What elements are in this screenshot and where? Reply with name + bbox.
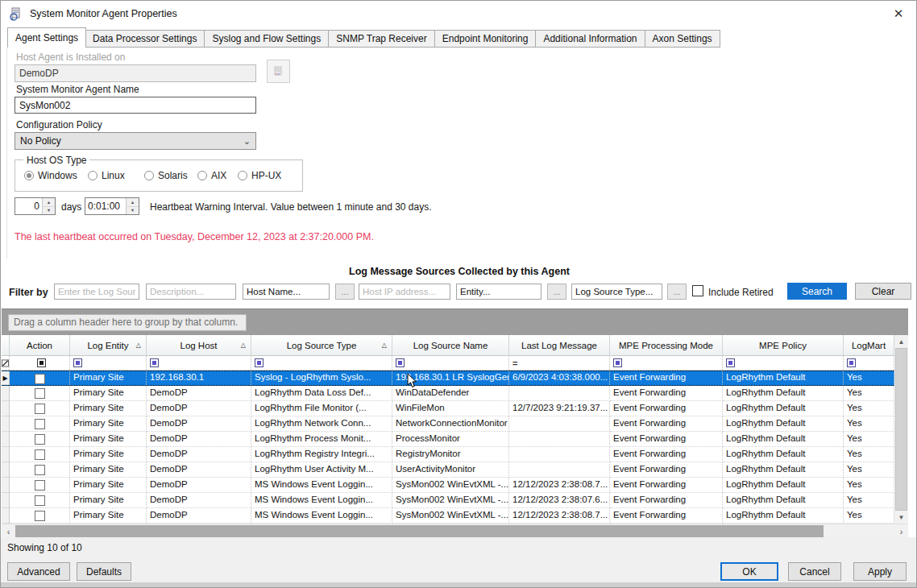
cell-action[interactable] bbox=[10, 386, 70, 401]
defaults-button[interactable]: Defaults bbox=[77, 562, 131, 581]
host-ip-filter-input[interactable] bbox=[359, 284, 450, 300]
cell-action[interactable] bbox=[10, 432, 70, 447]
cell-action[interactable] bbox=[10, 371, 70, 385]
heartbeat-interval-stepper[interactable]: 0:01:00 ▲▼ bbox=[85, 197, 139, 215]
tab-snmp-trap-receiver[interactable]: SNMP Trap Receiver bbox=[329, 30, 434, 48]
include-retired-checkbox[interactable] bbox=[692, 285, 703, 296]
column-header-action[interactable]: Action bbox=[10, 335, 70, 356]
row-checkbox[interactable] bbox=[35, 495, 45, 506]
filter-cell-log-source-type[interactable] bbox=[251, 356, 392, 370]
cell-action[interactable] bbox=[10, 508, 70, 524]
row-checkbox[interactable] bbox=[35, 434, 45, 445]
log-source-filter-input[interactable] bbox=[54, 284, 139, 300]
filter-cell-action[interactable] bbox=[10, 356, 70, 370]
agent-name-input[interactable] bbox=[15, 97, 256, 114]
row-selector-cell[interactable] bbox=[2, 386, 10, 401]
column-header-log-source-name[interactable]: Log Source Name bbox=[392, 335, 509, 356]
cell-action[interactable] bbox=[10, 447, 70, 462]
row-checkbox[interactable] bbox=[35, 449, 45, 460]
cell-action[interactable] bbox=[10, 401, 70, 416]
row-checkbox[interactable] bbox=[35, 511, 45, 521]
row-selector-cell[interactable]: ▶ bbox=[2, 371, 10, 385]
cell-action[interactable] bbox=[10, 462, 70, 478]
host-name-picker-button[interactable]: ... bbox=[335, 284, 355, 300]
tab-syslog-and-flow-settings[interactable]: Syslog and Flow Settings bbox=[205, 30, 329, 48]
column-header-mpe-policy[interactable]: MPE Policy bbox=[723, 335, 844, 356]
description-filter-input[interactable] bbox=[146, 284, 236, 300]
filter-cell-log-source-name[interactable] bbox=[392, 356, 509, 370]
row-selector-cell[interactable] bbox=[2, 478, 10, 493]
cell-action[interactable] bbox=[10, 416, 70, 432]
vertical-scrollbar[interactable]: ▲ ▼ bbox=[894, 335, 908, 524]
entity-picker-button[interactable]: ... bbox=[547, 284, 566, 300]
log-source-type-filter-input[interactable] bbox=[571, 284, 662, 300]
horizontal-scroll-thumb[interactable] bbox=[15, 525, 824, 537]
spinner-down-icon[interactable]: ▼ bbox=[127, 207, 139, 215]
column-header-log-host[interactable]: Log Host△ bbox=[147, 335, 251, 356]
apply-button[interactable]: Apply bbox=[853, 562, 907, 581]
cell-action[interactable] bbox=[10, 478, 70, 493]
scroll-up-icon[interactable]: ▲ bbox=[894, 335, 908, 348]
scroll-down-icon[interactable]: ▼ bbox=[894, 511, 908, 524]
filter-cell-row-selector[interactable] bbox=[2, 356, 10, 370]
search-button[interactable]: Search bbox=[787, 283, 847, 300]
table-row[interactable]: Primary SiteDemoDPLogRhythm Network Conn… bbox=[2, 416, 908, 432]
cancel-button[interactable]: Cancel bbox=[788, 562, 841, 581]
cell-action[interactable] bbox=[10, 493, 70, 508]
column-header-row-selector[interactable] bbox=[2, 335, 10, 356]
tab-endpoint-monitoring[interactable]: Endpoint Monitoring bbox=[435, 30, 537, 48]
os-radio-aix[interactable]: AIX bbox=[197, 170, 226, 181]
config-policy-select[interactable]: No Policy ⌄ bbox=[15, 132, 256, 150]
table-row[interactable]: Primary SiteDemoDPLogRhythm User Activit… bbox=[2, 462, 908, 478]
entity-filter-input[interactable] bbox=[456, 284, 541, 300]
row-checkbox[interactable] bbox=[35, 465, 45, 475]
row-checkbox[interactable] bbox=[35, 480, 45, 491]
tab-agent-settings[interactable]: Agent Settings bbox=[7, 27, 86, 48]
table-row[interactable]: ▶Primary Site192.168.30.1Syslog - LogRhy… bbox=[2, 371, 908, 386]
os-radio-solaris[interactable]: Solaris bbox=[144, 170, 188, 181]
filter-cell-log-entity[interactable] bbox=[70, 356, 147, 370]
advanced-button[interactable]: Advanced bbox=[7, 562, 70, 581]
table-row[interactable]: Primary SiteDemoDPMS Windows Event Loggi… bbox=[2, 508, 908, 524]
row-checkbox[interactable] bbox=[35, 404, 45, 414]
column-header-logmart[interactable]: LogMart bbox=[844, 335, 894, 356]
os-radio-hp-ux[interactable]: HP-UX bbox=[238, 170, 281, 181]
filter-cell-logmart[interactable] bbox=[844, 356, 894, 370]
row-checkbox[interactable] bbox=[35, 388, 45, 399]
table-row[interactable]: Primary SiteDemoDPLogRhythm Data Loss De… bbox=[2, 386, 908, 401]
row-selector-cell[interactable] bbox=[2, 447, 10, 462]
ok-button[interactable]: OK bbox=[720, 562, 778, 581]
row-selector-cell[interactable] bbox=[2, 508, 10, 524]
table-row[interactable]: Primary SiteDemoDPLogRhythm Process Moni… bbox=[2, 432, 908, 447]
row-selector-cell[interactable] bbox=[2, 401, 10, 416]
column-header-log-source-type[interactable]: Log Source Type△ bbox=[251, 335, 392, 356]
table-row[interactable]: Primary SiteDemoDPMS Windows Event Loggi… bbox=[2, 478, 908, 493]
filter-cell-log-host[interactable] bbox=[147, 356, 251, 370]
row-selector-cell[interactable] bbox=[2, 432, 10, 447]
host-browse-button[interactable] bbox=[267, 60, 290, 83]
clear-button[interactable]: Clear bbox=[855, 283, 911, 300]
filter-cell-mpe-policy[interactable] bbox=[723, 356, 844, 370]
os-radio-windows[interactable]: Windows bbox=[24, 170, 77, 181]
row-checkbox[interactable] bbox=[35, 374, 45, 384]
scroll-left-icon[interactable]: ‹ bbox=[2, 524, 15, 538]
filter-cell-mpe-processing-mode[interactable] bbox=[610, 356, 723, 370]
spinner-up-icon[interactable]: ▲ bbox=[127, 198, 139, 207]
tab-data-processor-settings[interactable]: Data Processor Settings bbox=[85, 30, 205, 48]
row-selector-cell[interactable] bbox=[2, 462, 10, 478]
group-by-hint[interactable]: Drag a column header here to group by th… bbox=[8, 314, 247, 331]
filter-cell-last-log-message[interactable]: = bbox=[509, 356, 610, 370]
spinner-up-icon[interactable]: ▲ bbox=[43, 198, 55, 207]
column-header-mpe-processing-mode[interactable]: MPE Processing Mode bbox=[610, 335, 723, 356]
row-selector-cell[interactable] bbox=[2, 416, 10, 432]
horizontal-scrollbar[interactable]: ‹ › bbox=[2, 524, 908, 537]
spinner-down-icon[interactable]: ▼ bbox=[43, 207, 55, 215]
column-header-last-log-message[interactable]: Last Log Message bbox=[509, 335, 610, 356]
row-checkbox[interactable] bbox=[35, 419, 45, 429]
tab-axon-settings[interactable]: Axon Settings bbox=[645, 30, 720, 48]
close-icon[interactable]: ✕ bbox=[891, 6, 906, 21]
table-row[interactable]: Primary SiteDemoDPLogRhythm File Monitor… bbox=[2, 401, 908, 416]
row-selector-cell[interactable] bbox=[2, 493, 10, 508]
log-source-type-picker-button[interactable]: ... bbox=[667, 284, 687, 300]
table-row[interactable]: Primary SiteDemoDPMS Windows Event Loggi… bbox=[2, 493, 908, 508]
